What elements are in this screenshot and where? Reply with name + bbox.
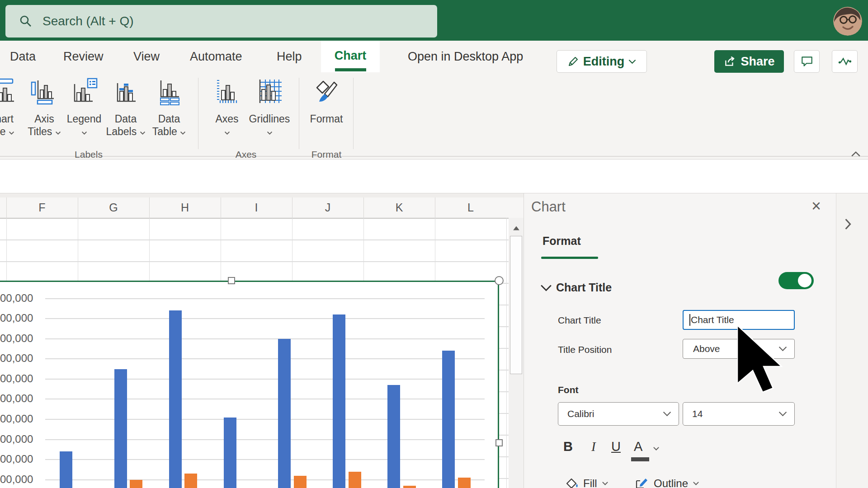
- chevron-down-icon: [224, 131, 230, 135]
- activity-button[interactable]: [832, 50, 858, 73]
- font-color-button[interactable]: A: [634, 439, 642, 454]
- tab-format[interactable]: Format: [542, 235, 581, 248]
- formula-bar[interactable]: [0, 159, 868, 193]
- y-axis-tick-label: 00,000: [0, 413, 33, 425]
- close-icon[interactable]: ×: [811, 198, 821, 214]
- tab-chart-label: Chart: [321, 41, 380, 70]
- ribbon-gridlines-button[interactable]: Gridlines: [247, 76, 292, 144]
- column-header-G[interactable]: G: [78, 197, 149, 218]
- bar-blue-3[interactable]: [169, 310, 182, 488]
- bar-blue-8[interactable]: [442, 351, 455, 488]
- bar-orange-2[interactable]: [130, 480, 142, 488]
- ribbon-item-label: Format: [304, 113, 349, 125]
- ribbon-data-table-button[interactable]: Data Table: [146, 76, 192, 144]
- section-chevron-down-icon[interactable]: [540, 284, 552, 291]
- font-color-swatch: [631, 457, 649, 461]
- font-size-dropdown[interactable]: 14: [683, 402, 795, 426]
- italic-button[interactable]: I: [591, 439, 596, 454]
- toggle-knob: [798, 274, 811, 287]
- bar-blue-7[interactable]: [387, 385, 400, 488]
- tab-automate[interactable]: Automate: [190, 41, 242, 72]
- y-axis-tick-label: 00,000: [0, 312, 33, 324]
- open-in-desktop-button[interactable]: Open in Desktop App: [408, 41, 523, 72]
- fill-button[interactable]: Fill: [564, 476, 609, 488]
- y-axis-tick-label: 00,000: [0, 453, 33, 465]
- tab-review[interactable]: Review: [63, 41, 104, 72]
- bold-button[interactable]: B: [563, 439, 573, 454]
- chart-title-input-value: Chart Title: [691, 314, 734, 325]
- chart-gridline: [45, 459, 485, 460]
- bar-blue-2[interactable]: [114, 369, 127, 488]
- tab-data[interactable]: Data: [10, 41, 36, 72]
- outline-label: Outline: [654, 477, 688, 488]
- ribbon-data-labels-button[interactable]: Data Labels: [103, 76, 148, 144]
- search-input[interactable]: Search (Alt + Q): [5, 5, 437, 38]
- comments-button[interactable]: [794, 50, 820, 73]
- tab-help[interactable]: Help: [277, 41, 302, 72]
- chevron-down-icon[interactable]: [653, 446, 660, 451]
- tab-chart-selected[interactable]: Chart: [321, 41, 380, 72]
- scrollbar-thumb[interactable]: [510, 236, 522, 374]
- ribbon-bottom-border: [0, 156, 868, 157]
- ribbon-item-label: Data: [103, 113, 148, 125]
- triangle-up-icon: [513, 225, 520, 231]
- tab-view[interactable]: View: [133, 41, 160, 72]
- chart-resize-handle-corner[interactable]: [495, 276, 504, 285]
- font-name-dropdown[interactable]: Calibri: [558, 402, 679, 426]
- ribbon-format-button[interactable]: Format: [304, 76, 349, 144]
- column-header-F[interactable]: F: [6, 197, 78, 218]
- bar-blue-4[interactable]: [224, 418, 236, 488]
- bar-orange-8[interactable]: [458, 478, 471, 488]
- activity-pulse-icon: [838, 56, 852, 67]
- chevron-down-icon: [602, 481, 609, 486]
- avatar-photo: [833, 7, 862, 36]
- format-tab-underline: [541, 257, 598, 259]
- chart-gridline: [45, 479, 485, 480]
- sheet-top-gap: [0, 193, 524, 197]
- bar-blue-6[interactable]: [333, 314, 345, 488]
- fill-label: Fill: [583, 477, 597, 488]
- ribbon-group-divider: [198, 78, 198, 149]
- chart-title-toggle-on[interactable]: [778, 272, 814, 289]
- font-size-value: 14: [692, 408, 778, 419]
- y-axis-tick-label: 00,000: [0, 332, 33, 345]
- column-header-H[interactable]: H: [149, 197, 221, 218]
- section-chart-title[interactable]: Chart Title: [556, 281, 612, 294]
- column-header-K[interactable]: K: [363, 197, 435, 218]
- column-header-row: FGHIJKL: [0, 197, 524, 219]
- share-button[interactable]: Share: [714, 50, 784, 73]
- grid-row-line: [0, 261, 509, 262]
- y-axis-tick-label: 00,000: [0, 372, 33, 385]
- underline-button[interactable]: U: [611, 439, 621, 454]
- bar-blue-1[interactable]: [60, 451, 72, 488]
- embedded-bar-chart[interactable]: 00,00000,00000,00000,00000,00000,00000,0…: [0, 281, 499, 488]
- ribbon-axis-titles-button[interactable]: Axis Titles: [22, 76, 67, 144]
- bar-orange-7[interactable]: [403, 486, 416, 488]
- text-caret: [689, 314, 690, 326]
- ribbon-item-label: Data: [146, 113, 192, 125]
- ribbon-axes-button[interactable]: Axes: [204, 76, 250, 144]
- editing-mode-dropdown[interactable]: Editing: [557, 50, 647, 73]
- collapse-panel-chevron-right-icon[interactable]: [844, 218, 852, 230]
- scrollbar-up-button[interactable]: [510, 222, 522, 234]
- chart-resize-handle-top[interactable]: [228, 277, 235, 284]
- column-header-L[interactable]: L: [435, 197, 506, 218]
- chart-gridline: [45, 298, 485, 299]
- collapse-ribbon-chevron-icon[interactable]: [851, 151, 861, 157]
- chart-gridline: [45, 318, 485, 319]
- avatar[interactable]: [833, 7, 862, 36]
- column-header-I[interactable]: I: [221, 197, 292, 218]
- chart-resize-handle-right[interactable]: [495, 439, 503, 446]
- ribbon-item-label: Axes: [204, 113, 250, 125]
- outline-button[interactable]: Outline: [634, 476, 699, 488]
- comment-icon: [800, 55, 814, 68]
- bar-orange-3[interactable]: [184, 474, 197, 488]
- chart-gridline: [45, 399, 485, 399]
- bar-orange-5[interactable]: [294, 476, 307, 488]
- pencil-icon: [567, 56, 579, 67]
- bar-blue-5[interactable]: [278, 339, 291, 488]
- ribbon-legend-button[interactable]: Legend: [61, 76, 107, 144]
- column-header-J[interactable]: J: [292, 197, 363, 218]
- bar-orange-6[interactable]: [349, 472, 361, 488]
- y-axis-tick-label: 00,000: [0, 392, 33, 405]
